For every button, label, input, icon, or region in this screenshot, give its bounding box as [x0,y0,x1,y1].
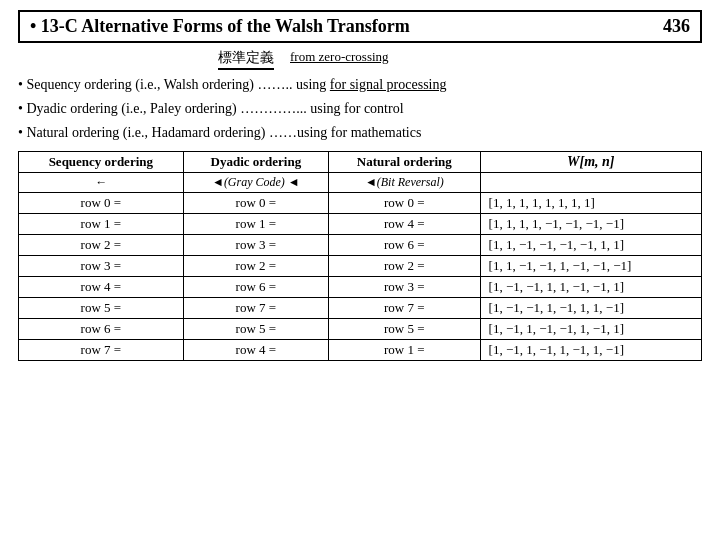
subheader-natural: ◄(Bit Reversal) [329,173,480,193]
bullet-line-1-text: • Sequency ordering (i.e., Walsh orderin… [18,74,447,95]
cell-r0-c1: row 0 = [183,193,328,214]
cell-r1-c2: row 4 = [329,214,480,235]
table-row: row 7 =row 4 =row 1 =[1, −1, 1, −1, 1, −… [19,340,702,361]
w-header-label: W[m, n] [567,154,614,169]
cell-r2-c1: row 3 = [183,235,328,256]
cell-r3-c0: row 3 = [19,256,184,277]
cell-r4-c3: [1, −1, −1, 1, 1, −1, −1, 1] [480,277,701,298]
subheader-w-empty [480,173,701,193]
cell-r4-c1: row 6 = [183,277,328,298]
bullet-line-2-text: • Dyadic ordering (i.e., Paley ordering)… [18,98,404,119]
from-zero-label: from zero-crossing [290,49,389,65]
table-header-row: Sequency ordering Dyadic ordering Natura… [19,152,702,173]
col-header-w: W[m, n] [480,152,701,173]
cell-r3-c1: row 2 = [183,256,328,277]
table-row: row 4 =row 6 =row 3 =[1, −1, −1, 1, 1, −… [19,277,702,298]
subheader-sequency-arrow: ← [19,173,184,193]
cell-r5-c3: [1, −1, −1, 1, −1, 1, 1, −1] [480,298,701,319]
cell-r6-c2: row 5 = [329,319,480,340]
table-row: row 2 =row 3 =row 6 =[1, 1, −1, −1, −1, … [19,235,702,256]
table-body: row 0 =row 0 =row 0 =[1, 1, 1, 1, 1, 1, … [19,193,702,361]
table-row: row 1 =row 1 =row 4 =[1, 1, 1, 1, −1, −1… [19,214,702,235]
cell-r3-c2: row 2 = [329,256,480,277]
cell-r6-c0: row 6 = [19,319,184,340]
cell-r2-c0: row 2 = [19,235,184,256]
cell-r6-c1: row 5 = [183,319,328,340]
subtitle-kanji: 標準定義 [218,49,274,70]
bullet-line-3: • Natural ordering (i.e., Hadamard order… [18,122,702,143]
cell-r1-c1: row 1 = [183,214,328,235]
table-row: row 6 =row 5 =row 5 =[1, −1, 1, −1, −1, … [19,319,702,340]
header-row: • 13-C Alternative Forms of the Walsh Tr… [18,10,702,43]
cell-r4-c2: row 3 = [329,277,480,298]
cell-r3-c3: [1, 1, −1, −1, 1, −1, −1, −1] [480,256,701,277]
bullet-1-underline: for signal processing [330,77,447,92]
bullet-line-1: • Sequency ordering (i.e., Walsh orderin… [18,74,702,95]
cell-r0-c3: [1, 1, 1, 1, 1, 1, 1, 1] [480,193,701,214]
bullet-line-2: • Dyadic ordering (i.e., Paley ordering)… [18,98,702,119]
col-header-natural: Natural ordering [329,152,480,173]
subheader-dyadic: ◄(Gray Code) ◄ [183,173,328,193]
cell-r0-c0: row 0 = [19,193,184,214]
table-row: row 3 =row 2 =row 2 =[1, 1, −1, −1, 1, −… [19,256,702,277]
table-row: row 0 =row 0 =row 0 =[1, 1, 1, 1, 1, 1, … [19,193,702,214]
cell-r2-c2: row 6 = [329,235,480,256]
table-row: row 5 =row 7 =row 7 =[1, −1, −1, 1, −1, … [19,298,702,319]
col-header-dyadic: Dyadic ordering [183,152,328,173]
col-header-sequency: Sequency ordering [19,152,184,173]
cell-r7-c0: row 7 = [19,340,184,361]
cell-r2-c3: [1, 1, −1, −1, −1, −1, 1, 1] [480,235,701,256]
cell-r1-c3: [1, 1, 1, 1, −1, −1, −1, −1] [480,214,701,235]
page-number: 436 [663,16,690,37]
bullet-section: • Sequency ordering (i.e., Walsh orderin… [18,74,702,143]
cell-r6-c3: [1, −1, 1, −1, −1, 1, −1, 1] [480,319,701,340]
cell-r7-c3: [1, −1, 1, −1, 1, −1, 1, −1] [480,340,701,361]
cell-r5-c0: row 5 = [19,298,184,319]
subtitle-row: 標準定義 from zero-crossing [18,49,702,70]
bullet-line-3-text: • Natural ordering (i.e., Hadamard order… [18,122,421,143]
header-title: • 13-C Alternative Forms of the Walsh Tr… [30,16,410,37]
main-table: Sequency ordering Dyadic ordering Natura… [18,151,702,361]
table-subheader-row: ← ◄(Gray Code) ◄ ◄(Bit Reversal) [19,173,702,193]
cell-r7-c2: row 1 = [329,340,480,361]
cell-r5-c1: row 7 = [183,298,328,319]
cell-r5-c2: row 7 = [329,298,480,319]
cell-r1-c0: row 1 = [19,214,184,235]
cell-r0-c2: row 0 = [329,193,480,214]
page: • 13-C Alternative Forms of the Walsh Tr… [0,0,720,540]
cell-r4-c0: row 4 = [19,277,184,298]
cell-r7-c1: row 4 = [183,340,328,361]
